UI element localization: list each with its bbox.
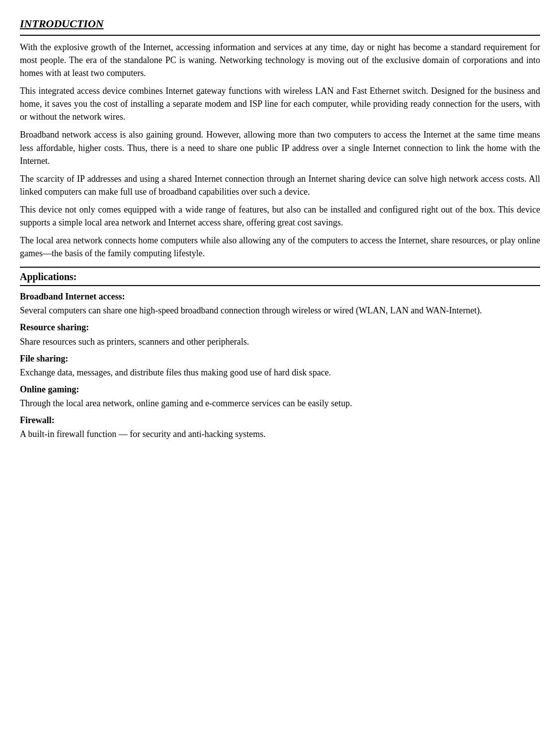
applications-divider-top <box>20 267 540 268</box>
app-body-4: A built-in firewall function — for secur… <box>20 428 540 441</box>
app-heading-4: Firewall: <box>20 414 540 427</box>
app-heading-3: Online gaming: <box>20 383 540 396</box>
intro-paragraph-6: The local area network connects home com… <box>20 234 540 260</box>
intro-paragraph-5: This device not only comes equipped with… <box>20 203 540 229</box>
intro-paragraph-1: With the explosive growth of the Interne… <box>20 41 540 79</box>
app-body-0: Several computers can share one high-spe… <box>20 304 540 317</box>
app-heading-2: File sharing: <box>20 352 540 365</box>
applications-heading: Applications: <box>20 270 540 284</box>
intro-paragraph-2: This integrated access device combines I… <box>20 84 540 123</box>
applications-divider-bottom <box>20 285 540 286</box>
page-title: INTRODUCTION <box>20 16 540 32</box>
app-heading-1: Resource sharing: <box>20 321 540 334</box>
title-divider <box>20 35 540 36</box>
app-body-3: Through the local area network, online g… <box>20 397 540 410</box>
app-heading-0: Broadband Internet access: <box>20 290 540 303</box>
intro-paragraph-4: The scarcity of IP addresses and using a… <box>20 172 540 198</box>
app-body-1: Share resources such as printers, scanne… <box>20 335 540 348</box>
app-body-2: Exchange data, messages, and distribute … <box>20 366 540 379</box>
intro-paragraph-3: Broadband network access is also gaining… <box>20 128 540 167</box>
